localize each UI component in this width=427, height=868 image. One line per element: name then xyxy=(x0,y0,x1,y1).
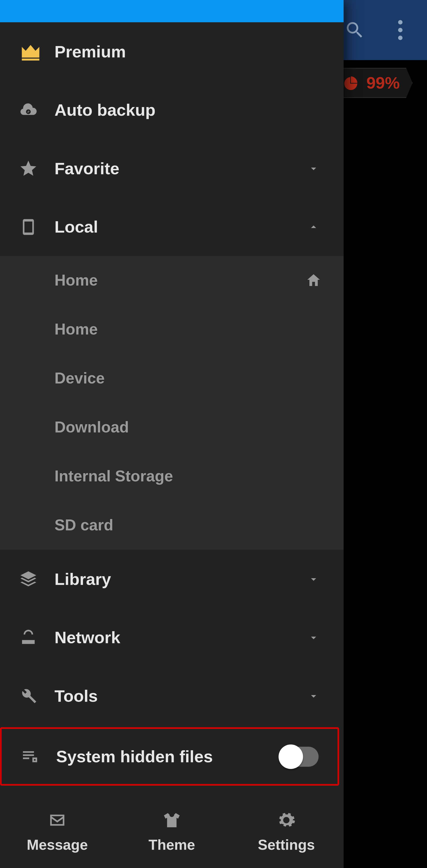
phone-icon xyxy=(19,217,38,236)
nav-label: Theme xyxy=(149,836,195,853)
drawer-item-label: Local xyxy=(55,217,302,236)
local-item-home-2[interactable]: Home xyxy=(0,305,343,354)
search-icon xyxy=(344,20,365,41)
drawer-item-network[interactable]: Network xyxy=(0,608,343,667)
chevron-down-icon xyxy=(307,573,320,585)
layers-icon xyxy=(19,569,38,588)
local-item-device[interactable]: Device xyxy=(0,354,343,403)
hidden-files-icon xyxy=(21,747,40,766)
drawer-item-autobackup[interactable]: Auto backup xyxy=(0,81,343,139)
pie-icon xyxy=(343,75,359,91)
nav-message[interactable]: Message xyxy=(0,796,114,868)
drawer-item-label: System hidden files xyxy=(56,747,280,766)
nav-label: Settings xyxy=(258,836,315,853)
navigation-drawer: Premium Auto backup Favorite Local Home xyxy=(0,0,343,868)
gear-icon xyxy=(277,810,296,829)
nav-theme[interactable]: Theme xyxy=(114,796,229,868)
drawer-scroll[interactable]: Premium Auto backup Favorite Local Home xyxy=(0,22,343,796)
crown-icon xyxy=(19,40,42,63)
app-stage: 99% Premium Auto backup Favorite Local xyxy=(0,0,427,868)
chevron-up-icon xyxy=(307,221,320,233)
drawer-item-label: Auto backup xyxy=(55,100,325,119)
drawer-item-label: Tools xyxy=(55,686,302,705)
cloud-sync-icon xyxy=(19,100,38,119)
chevron-down-icon xyxy=(307,162,320,175)
more-menu-button[interactable] xyxy=(388,18,413,42)
drawer-item-hidden-files[interactable]: System hidden files xyxy=(0,727,339,786)
local-item-label: Home xyxy=(55,272,302,289)
storage-usage-badge[interactable]: 99% xyxy=(332,68,413,98)
nav-settings[interactable]: Settings xyxy=(229,796,343,868)
search-button[interactable] xyxy=(342,18,367,42)
drawer-item-tools[interactable]: Tools xyxy=(0,666,343,725)
drawer-item-premium[interactable]: Premium xyxy=(0,22,343,81)
local-item-label: Internal Storage xyxy=(55,467,325,485)
drawer-item-favorite[interactable]: Favorite xyxy=(0,139,343,198)
local-item-sdcard[interactable]: SD card xyxy=(0,501,343,550)
wrench-icon xyxy=(19,686,38,705)
local-item-label: SD card xyxy=(55,516,325,534)
storage-usage-value: 99% xyxy=(366,73,400,92)
mail-icon xyxy=(48,810,67,829)
nav-label: Message xyxy=(27,836,88,853)
drawer-item-label: Premium xyxy=(55,42,325,61)
star-icon xyxy=(19,159,38,178)
local-item-label: Device xyxy=(55,369,325,387)
drawer-item-label: Favorite xyxy=(55,159,302,178)
chevron-down-icon xyxy=(307,631,320,644)
local-item-label: Home xyxy=(55,320,325,338)
drawer-bottom-nav: Message Theme Settings xyxy=(0,796,343,868)
local-item-label: Download xyxy=(55,418,325,436)
hidden-files-toggle[interactable] xyxy=(280,746,319,767)
chevron-down-icon xyxy=(307,690,320,702)
drawer-header-strip xyxy=(0,0,343,22)
local-item-internal-storage[interactable]: Internal Storage xyxy=(0,452,343,501)
local-item-download[interactable]: Download xyxy=(0,403,343,452)
drawer-item-library[interactable]: Library xyxy=(0,550,343,608)
router-icon xyxy=(19,628,38,647)
toggle-knob xyxy=(279,744,303,769)
drawer-item-label: Library xyxy=(55,569,302,588)
home-icon xyxy=(305,272,322,289)
drawer-item-local[interactable]: Local xyxy=(0,198,343,256)
drawer-local-sublist: Home Home Device Download Internal Stora… xyxy=(0,256,343,550)
tshirt-icon xyxy=(162,810,181,829)
drawer-item-label: Network xyxy=(55,628,302,647)
local-item-home[interactable]: Home xyxy=(0,256,343,305)
kebab-icon xyxy=(398,20,402,40)
